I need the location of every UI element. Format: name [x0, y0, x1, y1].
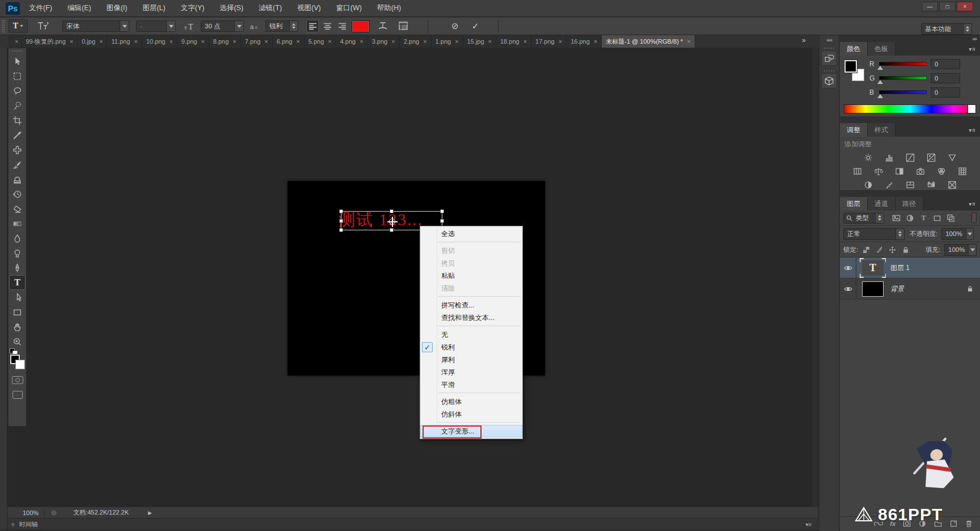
context-menu-item[interactable]: ✓ 查找和替换文本... — [420, 311, 522, 324]
menu-item[interactable]: 文件(F) — [29, 3, 52, 13]
clone-stamp-tool[interactable] — [9, 172, 26, 187]
tab-close-icon[interactable]: × — [233, 39, 236, 45]
warp-text-button[interactable] — [377, 18, 389, 35]
transform-handle[interactable] — [339, 228, 343, 232]
vibrance-icon[interactable] — [945, 151, 960, 164]
tool-preset[interactable]: T — [9, 18, 28, 35]
tab-close-icon[interactable]: × — [296, 39, 299, 45]
maximize-button[interactable]: □ — [939, 2, 956, 11]
context-menu-item[interactable]: ✓ 浑厚 — [420, 366, 522, 378]
status-popup-arrow[interactable]: ▶ — [148, 510, 152, 516]
transform-handle[interactable] — [339, 219, 343, 223]
brightness-contrast-icon[interactable] — [861, 151, 876, 164]
panel-menu-icon[interactable]: ▾≡ — [969, 46, 976, 52]
tab-close-icon[interactable]: × — [264, 39, 268, 45]
dock-panel-button[interactable] — [821, 73, 837, 88]
tab-close-icon[interactable]: × — [391, 39, 395, 45]
layer-thumbnail[interactable]: T — [862, 260, 884, 276]
layer-name[interactable]: 图层 1 — [890, 263, 910, 273]
timeline-panel-bar[interactable]: ≡ 时间轴 ▾≡ — [8, 518, 817, 530]
tab-close-icon[interactable]: × — [70, 39, 73, 45]
context-menu-item[interactable]: ✓ 全选 — [420, 227, 522, 240]
dropdown-arrow-icon[interactable] — [968, 245, 976, 255]
hand-tool[interactable] — [9, 319, 26, 334]
menu-item[interactable]: 滤镜(T) — [259, 3, 282, 13]
document-tab[interactable]: 10.png × — [142, 35, 178, 48]
document-tab[interactable]: × — [8, 35, 22, 48]
context-menu-item[interactable]: ✓ 平滑 — [420, 378, 522, 391]
panel-menu-icon[interactable]: ▾≡ — [969, 127, 976, 133]
menu-item[interactable]: 图像(I) — [107, 3, 128, 13]
context-menu-item[interactable]: ✓ 文字变形... — [420, 425, 522, 437]
document-tab[interactable]: 0.jpg × — [78, 35, 107, 48]
channel-value-field[interactable]: 0 — [931, 59, 960, 69]
minimize-button[interactable]: — — [922, 2, 938, 11]
lock-pixels-icon[interactable] — [875, 246, 884, 254]
shape-tool[interactable] — [9, 305, 26, 319]
panel-menu-icon[interactable]: ▾≡ — [969, 201, 976, 207]
context-menu-item[interactable]: ✓ 仿粗体 — [420, 395, 522, 408]
color-balance-icon[interactable] — [871, 165, 886, 178]
tab-close-icon[interactable]: × — [328, 39, 331, 45]
collapse-to-icons-chevron[interactable]: »» — [972, 36, 976, 42]
document-tab[interactable]: 4.png × — [336, 35, 368, 48]
move-tool[interactable] — [9, 54, 26, 69]
panel-tab[interactable]: 通道 — [868, 197, 895, 210]
tab-close-icon[interactable]: × — [134, 39, 137, 45]
dock-grip[interactable] — [823, 70, 835, 72]
photo-filter-icon[interactable] — [913, 165, 928, 178]
document-tab[interactable]: 16.png × — [567, 35, 602, 48]
transform-handle[interactable] — [339, 209, 343, 213]
text-orientation-button[interactable] — [36, 18, 49, 35]
menu-item[interactable]: 窗口(W) — [336, 3, 362, 13]
filter-toggle-switch[interactable] — [971, 213, 977, 223]
align-center-button[interactable] — [321, 20, 333, 32]
背景[interactable]: 背景 — [840, 279, 980, 300]
selective-color-icon[interactable] — [945, 179, 960, 191]
pen-tool[interactable] — [9, 260, 26, 275]
commit-edits-button[interactable]: ✓ — [472, 18, 479, 35]
document-tab[interactable]: 8.png × — [209, 35, 241, 48]
tab-close-icon[interactable]: × — [15, 39, 18, 45]
background-color-swatch[interactable] — [15, 360, 25, 369]
eraser-tool[interactable] — [9, 201, 26, 216]
delete-layer-icon[interactable] — [965, 520, 973, 528]
document-tab[interactable]: 7.png × — [241, 35, 273, 48]
gradient-map-icon[interactable] — [924, 179, 939, 191]
document-tab[interactable]: 1.png × — [432, 35, 463, 48]
layer-visibility-toggle[interactable] — [840, 258, 856, 278]
document-tab[interactable]: 2.png × — [400, 35, 432, 48]
context-menu-item[interactable]: ✓ 拼写检查... — [420, 299, 522, 311]
threshold-icon[interactable] — [903, 179, 918, 191]
panel-tab[interactable]: 样式 — [868, 123, 895, 137]
layer-visibility-toggle[interactable] — [840, 279, 856, 299]
tab-close-icon[interactable]: × — [523, 39, 527, 45]
close-button[interactable]: × — [957, 2, 973, 11]
layer-name[interactable]: 背景 — [890, 284, 904, 294]
foreground-background-swatches[interactable] — [10, 353, 25, 369]
menu-item[interactable]: 文字(Y) — [181, 3, 205, 13]
document-tab[interactable]: 5.png × — [305, 35, 336, 48]
blur-tool[interactable] — [9, 231, 26, 246]
filter-smart-objects-icon[interactable] — [946, 213, 956, 223]
lock-transparency-icon[interactable] — [862, 246, 871, 254]
black-white-icon[interactable] — [892, 165, 907, 178]
font-size-combo[interactable]: 30 点 — [201, 18, 244, 35]
fill-combo[interactable]: 100% — [944, 244, 977, 256]
tab-close-icon[interactable]: × — [423, 39, 426, 45]
menu-item[interactable]: 编辑(E) — [67, 3, 91, 13]
collapse-dock-chevron[interactable]: «« — [820, 35, 839, 43]
channel-slider[interactable] — [879, 90, 927, 94]
dropdown-arrow-icon[interactable] — [120, 21, 129, 31]
lock-all-icon[interactable] — [901, 246, 910, 254]
tab-close-icon[interactable]: × — [169, 39, 172, 45]
history-brush-tool[interactable] — [9, 187, 26, 201]
document-tab[interactable]: 18.png × — [496, 35, 531, 48]
tab-close-icon[interactable]: × — [99, 39, 103, 45]
channel-mixer-icon[interactable] — [934, 165, 949, 178]
cancel-edits-button[interactable]: ⊘ — [451, 18, 459, 35]
panel-tab[interactable]: 调整 — [840, 123, 868, 137]
align-right-button[interactable] — [336, 20, 348, 32]
hue-saturation-icon[interactable] — [850, 165, 865, 178]
menu-item[interactable]: 图层(L) — [142, 3, 165, 13]
